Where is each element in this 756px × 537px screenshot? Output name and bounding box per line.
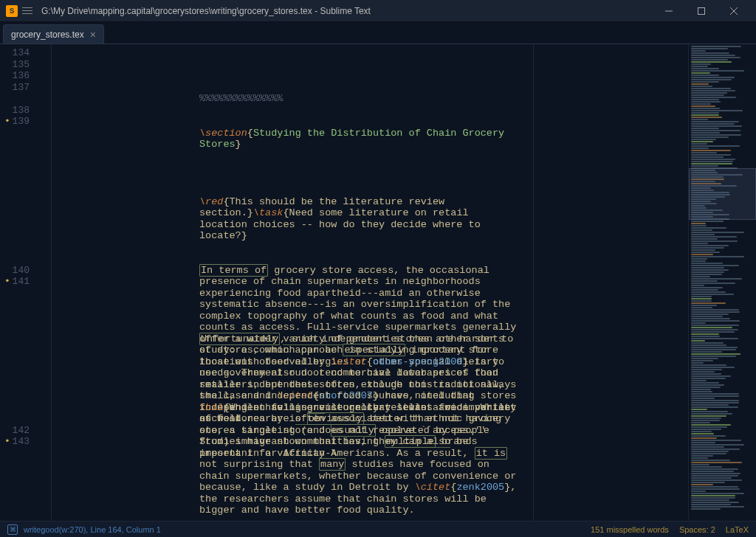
code-text: \hil xyxy=(199,402,223,413)
ruler-line xyxy=(533,44,534,521)
code-text: multiple xyxy=(385,435,436,448)
code-text: \citet xyxy=(331,356,367,367)
code-text: \citet xyxy=(415,482,451,493)
code-text: Unfortunately xyxy=(199,333,280,345)
app-icon: S xyxy=(6,5,18,17)
minimap[interactable] xyxy=(688,44,756,521)
status-position[interactable]: writegood(w:270), Line 164, Column 1 xyxy=(24,525,161,534)
status-syntax[interactable]: LaTeX xyxy=(726,525,749,534)
code-text: obviously xyxy=(307,412,364,425)
close-button[interactable] xyxy=(718,1,750,21)
code-text: zenk2005 xyxy=(456,482,504,493)
line-number: 142 xyxy=(0,425,30,437)
code-text: not xyxy=(349,425,367,437)
code-text: In terms of xyxy=(199,264,268,277)
line-number: 134 xyxy=(0,47,30,59)
line-number: 137 xyxy=(0,82,30,94)
line-number: 136 xyxy=(0,70,30,82)
console-icon[interactable]: ⌘ xyxy=(7,524,18,535)
line-number-gutter[interactable]: 134 135 136 137 138 139 140 141 142 143 xyxy=(0,44,37,521)
svg-rect-1 xyxy=(698,7,705,14)
line-number: 143 xyxy=(0,436,30,448)
code-text: \red xyxy=(199,196,223,207)
code-text: odoms-young2009 xyxy=(373,356,463,367)
line-number: 138 xyxy=(0,105,30,117)
titlebar: S G:\My Drive\mapping.capital\grocerysto… xyxy=(0,0,756,22)
tab-bar: grocery_stores.tex × xyxy=(0,22,756,44)
window-title: G:\My Drive\mapping.capital\grocerystore… xyxy=(41,6,653,16)
close-icon[interactable]: × xyxy=(90,29,96,41)
code-text: \task xyxy=(253,207,284,218)
status-spell[interactable]: 151 misspelled words xyxy=(591,525,669,534)
menu-icon[interactable] xyxy=(22,5,34,17)
code-text: %%%%%%%%%%%%%% xyxy=(199,93,283,104)
line-number: 135 xyxy=(0,59,30,71)
minimap-viewport[interactable] xyxy=(689,168,756,220)
status-bar: ⌘ writegood(w:270), Line 164, Column 1 1… xyxy=(0,521,756,537)
maximize-button[interactable] xyxy=(685,1,718,21)
tab-file[interactable]: grocery_stores.tex × xyxy=(3,24,104,44)
code-text: \section xyxy=(199,128,247,139)
line-number: 140 xyxy=(0,265,30,277)
line-number: 141 xyxy=(0,276,30,288)
minimize-button[interactable] xyxy=(653,1,685,21)
tab-label: grocery_stores.tex xyxy=(11,30,84,40)
line-number: 139 xyxy=(0,116,30,128)
code-text: many xyxy=(319,458,346,471)
code-text: it is xyxy=(475,447,508,460)
code-text: While having xyxy=(230,402,307,413)
editor-area: 134 135 136 137 138 139 140 141 142 143 … xyxy=(0,44,756,521)
code-editor[interactable]: %%%%%%%%%%%%%% \section{Studying the Dis… xyxy=(52,44,688,521)
status-indent[interactable]: Spaces: 2 xyxy=(679,525,715,534)
fold-gutter[interactable] xyxy=(37,44,52,521)
